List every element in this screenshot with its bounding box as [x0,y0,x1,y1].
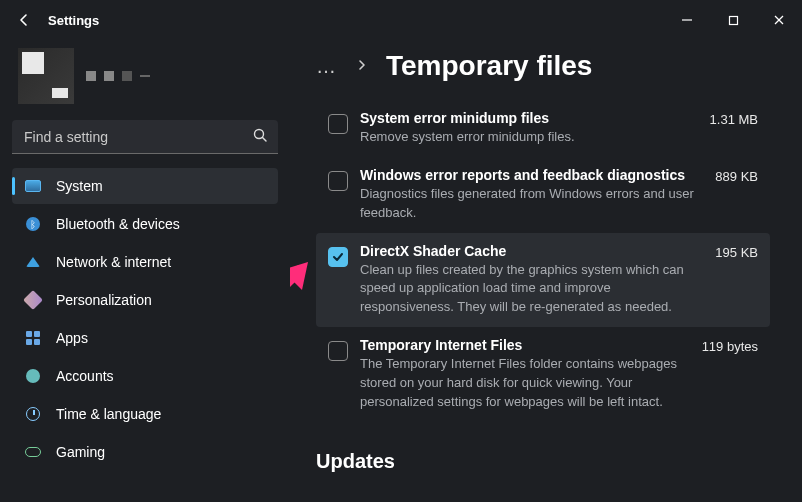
content-area: … Temporary files System error minidump … [290,40,802,502]
search-input[interactable] [12,120,278,154]
nav-item-gaming[interactable]: Gaming [12,434,278,470]
chevron-right-icon [356,57,368,75]
page-title: Temporary files [386,50,592,82]
nav-item-apps[interactable]: Apps [12,320,278,356]
item-title: Temporary Internet Files [360,337,682,353]
maximize-icon [728,15,739,26]
nav-label: Bluetooth & devices [56,216,180,232]
item-desc: Remove system error minidump files. [360,128,690,147]
nav-item-bluetooth[interactable]: ᛒ Bluetooth & devices [12,206,278,242]
item-title: Windows error reports and feedback diagn… [360,167,695,183]
item-size: 195 KB [715,245,758,260]
personalization-icon [24,291,42,309]
nav-label: Network & internet [56,254,171,270]
checkbox[interactable] [328,114,348,134]
arrow-left-icon [16,12,32,28]
item-desc: Clean up files created by the graphics s… [360,261,695,318]
item-temp-internet-files[interactable]: Temporary Internet Files The Temporary I… [316,327,770,422]
item-desc: Diagnostics files generated from Windows… [360,185,695,223]
item-desc: The Temporary Internet Files folder cont… [360,355,682,412]
nav-item-accounts[interactable]: Accounts [12,358,278,394]
item-directx-shader-cache[interactable]: DirectX Shader Cache Clean up files crea… [316,233,770,328]
nav-label: Time & language [56,406,161,422]
item-size: 889 KB [715,169,758,184]
minimize-button[interactable] [664,0,710,40]
breadcrumb: … Temporary files [316,50,770,82]
profile-text [86,71,150,81]
item-title: System error minidump files [360,110,690,126]
nav-label: System [56,178,103,194]
temp-files-list: System error minidump files Remove syste… [316,100,770,422]
back-button[interactable] [8,4,40,36]
item-error-reports[interactable]: Windows error reports and feedback diagn… [316,157,770,233]
nav-item-system[interactable]: System [12,168,278,204]
svg-line-5 [263,138,267,142]
apps-icon [24,329,42,347]
item-minidump[interactable]: System error minidump files Remove syste… [316,100,770,157]
bluetooth-icon: ᛒ [24,215,42,233]
close-icon [773,14,785,26]
maximize-button[interactable] [710,0,756,40]
search-box[interactable] [12,120,278,154]
profile-block[interactable] [12,40,278,116]
section-updates-heading: Updates [316,450,770,473]
nav-label: Accounts [56,368,114,384]
search-icon [252,127,268,147]
svg-rect-1 [729,16,737,24]
avatar [18,48,74,104]
nav-label: Personalization [56,292,152,308]
app-title: Settings [48,13,99,28]
nav-label: Gaming [56,444,105,460]
titlebar: Settings [0,0,802,40]
breadcrumb-ellipsis[interactable]: … [316,55,338,78]
annotation-arrow-icon [290,240,350,380]
window-controls [664,0,802,40]
gaming-icon [24,443,42,461]
item-title: DirectX Shader Cache [360,243,695,259]
nav-item-network[interactable]: Network & internet [12,244,278,280]
item-size: 119 bytes [702,339,758,354]
clock-icon [24,405,42,423]
checkbox[interactable] [328,171,348,191]
nav-item-time-language[interactable]: Time & language [12,396,278,432]
wifi-icon [24,253,42,271]
accounts-icon [24,367,42,385]
nav-label: Apps [56,330,88,346]
nav-list: System ᛒ Bluetooth & devices Network & i… [12,168,278,470]
close-button[interactable] [756,0,802,40]
minimize-icon [681,14,693,26]
item-size: 1.31 MB [710,112,758,127]
nav-item-personalization[interactable]: Personalization [12,282,278,318]
sidebar: System ᛒ Bluetooth & devices Network & i… [0,40,290,502]
system-icon [24,177,42,195]
